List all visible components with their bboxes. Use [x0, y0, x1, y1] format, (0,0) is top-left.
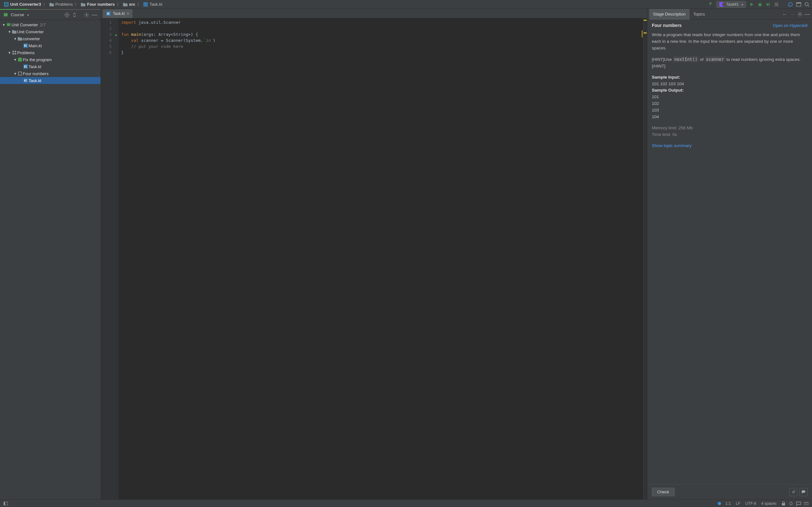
svg-rect-24: [782, 503, 785, 505]
top-toolbar: Unit Converter3〉Problems〉Four numbers〉sr…: [0, 0, 812, 9]
tree-node[interactable]: ▼Four numbers: [0, 70, 101, 77]
grid-icon: [11, 50, 17, 55]
chevron-down-icon: [740, 2, 743, 7]
breadcrumb-item[interactable]: Task.kt: [142, 1, 163, 8]
show-topic-summary-link[interactable]: Show topic summary: [652, 143, 692, 148]
comment-icon[interactable]: [799, 488, 808, 496]
kotlin-icon: [719, 2, 724, 7]
gear-icon[interactable]: [84, 12, 89, 17]
reset-icon[interactable]: ↺: [789, 488, 798, 496]
description-panel: Stage Description Topics ← → — Four numb…: [647, 9, 812, 499]
minimize-icon[interactable]: —: [92, 11, 97, 18]
breadcrumb: Unit Converter3〉Problems〉Four numbers〉sr…: [3, 1, 164, 8]
search-icon[interactable]: [804, 2, 809, 7]
book-icon: [6, 22, 11, 27]
folder-icon: [123, 2, 128, 7]
forward-icon[interactable]: →: [790, 11, 795, 17]
tree-node[interactable]: Task.kt: [0, 63, 101, 70]
tree-root[interactable]: ▼ Unit Converter 2/7: [0, 21, 101, 28]
expand-all-icon[interactable]: [72, 12, 77, 17]
editor-tabs: Task.kt ×: [101, 9, 647, 18]
side-panel-title[interactable]: Course: [11, 12, 29, 17]
folder-icon: [49, 2, 54, 7]
chevron-down-icon: [26, 12, 29, 17]
indent-setting[interactable]: 4 spaces: [759, 501, 779, 506]
side-panel-header: Course —: [0, 10, 101, 20]
run-icon[interactable]: [749, 2, 754, 7]
svg-rect-16: [18, 58, 22, 61]
svg-rect-6: [797, 3, 801, 3]
run-coverage-icon[interactable]: [766, 2, 771, 7]
code-content[interactable]: import java.util.Scanner fun main(args: …: [119, 18, 647, 499]
chevron-right-icon: 〉: [117, 2, 121, 7]
task-hint: [HINT]Use nextInt() of scanner to read n…: [652, 56, 808, 70]
svg-rect-1: [5, 3, 8, 6]
run-config-label: TaskKt: [726, 2, 739, 7]
breadcrumb-item[interactable]: Problems: [48, 1, 74, 8]
kotlin-file-icon: [23, 78, 29, 83]
breadcrumb-item[interactable]: src: [121, 1, 137, 8]
inspector-icon[interactable]: [789, 501, 794, 506]
square-done-icon: [17, 58, 23, 61]
svg-rect-12: [12, 51, 14, 52]
gear-icon[interactable]: [798, 12, 803, 17]
svg-point-21: [799, 13, 801, 15]
book-icon: [3, 12, 8, 17]
folder-icon: [11, 30, 17, 34]
line-separator[interactable]: LF: [733, 501, 743, 506]
svg-rect-4: [774, 3, 778, 6]
svg-point-9: [66, 14, 67, 15]
breadcrumb-item[interactable]: Four numbers: [79, 1, 116, 8]
svg-rect-13: [14, 51, 16, 52]
chat-icon[interactable]: [796, 501, 801, 506]
task-paragraph: Write a program that reads four integer …: [652, 32, 808, 52]
kotlin-file-icon: [143, 2, 148, 7]
editor-tab[interactable]: Task.kt ×: [103, 9, 133, 18]
task-title: Four numbers: [652, 23, 681, 28]
tab-topics[interactable]: Topics: [690, 9, 709, 20]
check-button[interactable]: Check: [652, 488, 675, 496]
stop-icon[interactable]: [774, 2, 779, 7]
breadcrumb-item[interactable]: Unit Converter3: [3, 1, 43, 8]
tree-node[interactable]: ▼Unit Converter: [0, 28, 101, 35]
caret-position[interactable]: 1:1: [723, 501, 733, 506]
notifications-icon[interactable]: [804, 501, 809, 506]
open-hyperskill-link[interactable]: Open on Hyperskill: [773, 23, 808, 28]
build-icon[interactable]: [708, 2, 713, 7]
svg-rect-23: [4, 502, 5, 505]
project-tree[interactable]: ▼ Unit Converter 2/7 ▼Unit Converter▼con…: [0, 20, 101, 85]
window-icon[interactable]: [796, 2, 801, 7]
editor-area: Task.kt × 1 2 3▶ 4 5 6 import java.util.…: [101, 9, 647, 499]
description-tabs: Stage Description Topics ← → —: [647, 9, 812, 20]
debug-icon[interactable]: [757, 2, 763, 7]
process-indicator-icon[interactable]: [718, 502, 721, 505]
tree-node[interactable]: Main.kt: [0, 42, 101, 49]
chevron-right-icon: 〉: [74, 2, 79, 7]
tab-stage-description[interactable]: Stage Description: [649, 9, 690, 20]
file-encoding[interactable]: UTF-8: [743, 501, 759, 506]
update-icon[interactable]: [788, 2, 793, 7]
code-editor[interactable]: 1 2 3▶ 4 5 6 import java.util.Scanner fu…: [101, 18, 647, 499]
tree-node[interactable]: ▼Problems: [0, 49, 101, 56]
tree-node[interactable]: Task.kt: [0, 77, 101, 84]
gutter: 1 2 3▶ 4 5 6: [101, 18, 119, 499]
back-icon[interactable]: ←: [782, 11, 787, 17]
close-icon[interactable]: ×: [126, 11, 129, 16]
tree-node[interactable]: ▼converter: [0, 35, 101, 42]
svg-point-26: [791, 502, 792, 503]
tab-label: Task.kt: [113, 11, 125, 16]
svg-rect-14: [12, 53, 14, 55]
minimize-icon[interactable]: —: [804, 11, 810, 17]
svg-rect-18: [18, 72, 21, 75]
course-tool-window: Course — ▼ Unit Converte: [0, 9, 101, 499]
run-config-selector[interactable]: TaskKt: [716, 1, 746, 8]
memory-limit: Memory limit: 256 Mb: [652, 125, 693, 130]
svg-point-3: [759, 3, 761, 6]
target-icon[interactable]: [64, 12, 69, 17]
lock-icon[interactable]: [781, 501, 786, 506]
tool-window-toggle-icon[interactable]: [3, 501, 8, 506]
svg-rect-2: [143, 2, 148, 7]
status-bar: 1:1 LF UTF-8 4 spaces: [0, 499, 812, 507]
marker-bar[interactable]: [643, 18, 647, 499]
tree-node[interactable]: ▼Fix the program: [0, 56, 101, 63]
